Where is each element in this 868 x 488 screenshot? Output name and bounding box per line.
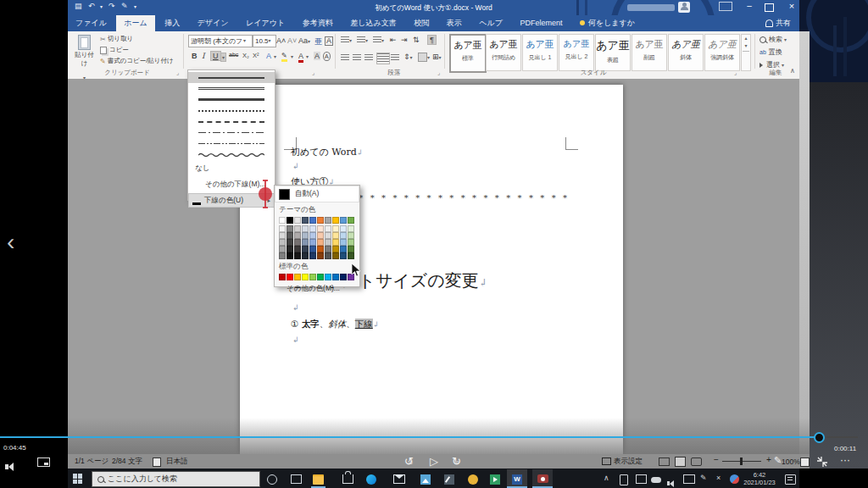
read-mode-button[interactable]: [659, 458, 670, 466]
font-name-combobox[interactable]: 游明朝 (本文のフ▾: [188, 35, 253, 47]
tab-design[interactable]: デザイン: [190, 15, 236, 31]
text-effects-dropdown-icon[interactable]: ▾: [274, 53, 276, 59]
font-size-combobox[interactable]: 10.5▾: [253, 35, 276, 47]
align-center-button[interactable]: [353, 54, 361, 61]
word-count-status[interactable]: 2/84 文字: [112, 457, 142, 467]
show-paragraph-marks-button[interactable]: ¶: [427, 35, 437, 45]
prev-button[interactable]: ‹: [7, 229, 14, 256]
shrink-font-button[interactable]: A˅: [287, 36, 297, 45]
theme-tint-swatch[interactable]: [302, 252, 309, 259]
style-no-spacing[interactable]: あア亜行間詰め: [486, 34, 521, 71]
align-left-button[interactable]: [341, 54, 349, 61]
theme-tint-swatch[interactable]: [325, 239, 331, 246]
underline-style-solid[interactable]: [188, 72, 275, 83]
volume-button[interactable]: [5, 458, 14, 474]
tray-device-icon[interactable]: [620, 474, 628, 485]
edge-icon[interactable]: [366, 474, 376, 485]
green-app-icon[interactable]: [490, 474, 500, 485]
grow-font-button[interactable]: A˄: [276, 36, 286, 45]
theme-tint-swatch[interactable]: [309, 252, 316, 259]
minimize-button[interactable]: –: [741, 0, 758, 12]
italic-button[interactable]: I: [202, 52, 205, 60]
tray-show-hidden-icon[interactable]: ∧: [604, 474, 609, 482]
styles-scroll-down-icon[interactable]: ▾: [742, 42, 750, 48]
theme-tint-swatch[interactable]: [325, 252, 331, 259]
theme-tint-swatch[interactable]: [279, 246, 286, 252]
find-button[interactable]: 検索 ▾: [760, 35, 787, 44]
theme-tint-swatch[interactable]: [317, 232, 324, 239]
file-explorer-icon[interactable]: [313, 474, 324, 485]
theme-tint-swatch[interactable]: [325, 232, 331, 239]
cortana-icon[interactable]: [267, 474, 277, 485]
copy-button[interactable]: コピー: [100, 46, 129, 54]
standard-color-swatch[interactable]: [309, 274, 316, 280]
theme-tint-swatch[interactable]: [332, 232, 339, 239]
style-subtitle[interactable]: あア亜副題: [632, 34, 667, 71]
taskbar-clock[interactable]: 6:42 2021/01/23: [741, 471, 778, 486]
underline-style-dotted[interactable]: [188, 105, 275, 116]
timeline-remaining[interactable]: [826, 436, 858, 438]
format-painter-button[interactable]: ✎ 書式のコピー/貼り付け: [100, 57, 174, 65]
character-shading-button[interactable]: A: [314, 52, 320, 60]
theme-tint-swatch[interactable]: [317, 239, 324, 246]
strikethrough-button[interactable]: abc: [229, 52, 238, 58]
tab-home[interactable]: ホーム: [116, 15, 154, 31]
tray-color-circle-icon[interactable]: [730, 474, 739, 484]
style-italic[interactable]: あア亜斜体: [668, 34, 704, 71]
print-layout-button[interactable]: [675, 457, 686, 467]
photos-icon[interactable]: [420, 474, 431, 485]
save-icon[interactable]: ▤: [75, 2, 82, 10]
underline-style-wave[interactable]: [188, 149, 275, 160]
clipboard-dialog-launcher-icon[interactable]: ⌟: [176, 69, 179, 76]
yellow-app-icon[interactable]: [468, 474, 478, 485]
language-status[interactable]: 日本語: [166, 457, 188, 467]
standard-color-swatch[interactable]: [340, 274, 347, 280]
numbering-button[interactable]: ▾: [357, 36, 368, 43]
paste-button[interactable]: 貼り付け ▾: [73, 34, 96, 68]
word-app-icon[interactable]: W: [512, 474, 522, 485]
qat-customize-icon[interactable]: ▾: [134, 3, 136, 9]
theme-tint-swatch[interactable]: [287, 232, 293, 239]
increase-indent-button[interactable]: ⇥: [401, 36, 408, 44]
exit-fullscreen-button[interactable]: [816, 456, 828, 471]
theme-tint-swatch[interactable]: [279, 239, 286, 246]
tell-me-box[interactable]: 何をしますか: [572, 15, 643, 31]
underline-style-dash-dot[interactable]: [188, 127, 275, 138]
theme-tint-swatch[interactable]: [287, 246, 293, 252]
paint3d-icon[interactable]: [444, 474, 454, 485]
share-button[interactable]: 共有: [765, 15, 791, 31]
style-heading1[interactable]: あア亜見出し 1: [522, 34, 558, 71]
styles-scroll-up-icon[interactable]: ▴: [742, 35, 750, 41]
underline-dropdown-icon[interactable]: ▾: [220, 53, 226, 62]
superscript-button[interactable]: X²: [253, 52, 259, 59]
theme-tint-swatch[interactable]: [294, 232, 301, 239]
tray-folder-icon[interactable]: [636, 474, 647, 484]
theme-tint-swatch[interactable]: [325, 225, 331, 232]
theme-tint-swatch[interactable]: [340, 246, 347, 252]
standard-color-swatch[interactable]: [287, 274, 293, 280]
theme-tint-swatch[interactable]: [294, 252, 301, 259]
theme-color-swatch[interactable]: [348, 217, 354, 224]
zoom-level-status[interactable]: 100%: [782, 458, 800, 466]
theme-tint-swatch[interactable]: [332, 239, 339, 246]
bullets-button[interactable]: ▾: [341, 36, 352, 43]
theme-tint-swatch[interactable]: [340, 239, 347, 246]
theme-color-swatch[interactable]: [317, 217, 324, 224]
tab-pdfelement[interactable]: PDFelement: [512, 15, 570, 31]
theme-tint-swatch[interactable]: [348, 239, 354, 246]
standard-color-swatch[interactable]: [332, 274, 339, 280]
theme-tint-swatch[interactable]: [309, 225, 316, 232]
camera-app-icon[interactable]: [537, 474, 548, 483]
timeline-progress[interactable]: [0, 436, 819, 438]
theme-tint-swatch[interactable]: [287, 225, 293, 232]
forward-30-button[interactable]: ↻30: [452, 455, 461, 468]
underline-style-dash-dot-dot[interactable]: [188, 138, 275, 149]
annotate-pen-icon[interactable]: ✎: [774, 455, 782, 466]
theme-tint-swatch[interactable]: [294, 225, 301, 232]
theme-tint-swatch[interactable]: [302, 225, 309, 232]
theme-color-swatch[interactable]: [332, 217, 339, 224]
paragraph-dialog-launcher-icon[interactable]: ⌟: [437, 69, 440, 76]
text-effects-button[interactable]: A: [266, 52, 271, 60]
style-normal[interactable]: あア亜標準: [449, 34, 487, 73]
theme-tint-swatch[interactable]: [348, 246, 354, 252]
